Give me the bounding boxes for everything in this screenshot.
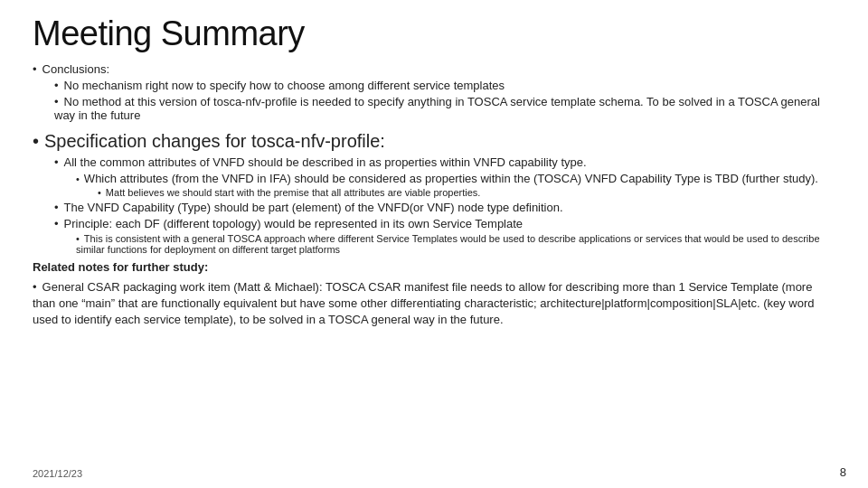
bullet-icon	[54, 79, 64, 92]
spec-item-3: Principle: each DF (different topology) …	[54, 217, 835, 255]
spec-item-1: All the common attributes of VNFD should…	[54, 155, 835, 198]
conclusion-1: No mechanism right now to specify how to…	[54, 79, 835, 92]
spec-item-1-1-1: Matt believes we should start with the p…	[98, 187, 835, 198]
conclusion-1-text: No mechanism right now to specify how to…	[64, 79, 505, 92]
conclusions-item: Conclusions: No mechanism right now to s…	[33, 62, 835, 122]
spec-item-1-1-sublist: Matt believes we should start with the p…	[76, 187, 835, 198]
bullet-icon	[54, 95, 64, 108]
slide-page: Meeting Summary Conclusions: No mechanis…	[0, 0, 868, 488]
general-csar-text: General CSAR packaging work item (Matt &…	[33, 280, 815, 326]
spec-changes-item: Specification changes for tosca-nfv-prof…	[33, 129, 835, 255]
bullet-icon	[33, 131, 44, 151]
bullet-icon	[54, 201, 64, 214]
slide-title: Meeting Summary	[33, 14, 835, 53]
page-number: 8	[840, 465, 846, 479]
spec-item-2-text: The VNFD Capability (Type) should be par…	[64, 201, 563, 214]
slide-date: 2021/12/23	[33, 468, 82, 479]
bullet-icon	[54, 217, 64, 230]
conclusions-label: Conclusions:	[42, 62, 109, 76]
spec-changes-sublist: All the common attributes of VNFD should…	[33, 155, 835, 255]
spec-item-1-1: Which attributes (from the VNFD in IFA) …	[76, 172, 835, 198]
spec-item-3-1: This is consistent with a general TOSCA …	[76, 233, 835, 255]
bullet-icon	[33, 62, 42, 76]
related-notes-heading: Related notes for further study:	[33, 260, 835, 274]
bullet-icon	[76, 233, 84, 244]
spec-item-3-1-text: This is consistent with a general TOSCA …	[76, 233, 820, 255]
spec-item-1-1-1-text: Matt believes we should start with the p…	[106, 187, 481, 198]
bullet-icon	[98, 187, 106, 198]
conclusions-sublist: No mechanism right now to specify how to…	[33, 79, 835, 122]
conclusion-2-text: No method at this version of tosca-nfv-p…	[54, 95, 820, 122]
bullet-icon	[76, 172, 84, 185]
spec-item-1-1-text: Which attributes (from the VNFD in IFA) …	[84, 172, 818, 185]
spec-item-1-sublist: Which attributes (from the VNFD in IFA) …	[54, 172, 835, 198]
related-notes-item: Related notes for further study:	[33, 260, 835, 274]
spec-item-3-sublist: This is consistent with a general TOSCA …	[54, 233, 835, 255]
general-csar-item: General CSAR packaging work item (Matt &…	[33, 279, 835, 329]
bullet-icon	[33, 280, 42, 294]
spec-item-3-text: Principle: each DF (different topology) …	[64, 217, 524, 230]
spec-item-1-text: All the common attributes of VNFD should…	[64, 155, 587, 169]
conclusion-2: No method at this version of tosca-nfv-p…	[54, 95, 835, 122]
spec-item-2: The VNFD Capability (Type) should be par…	[54, 201, 835, 214]
bullet-icon	[54, 155, 64, 169]
content-list: Conclusions: No mechanism right now to s…	[33, 62, 835, 329]
spec-changes-label: Specification changes for tosca-nfv-prof…	[44, 131, 385, 151]
